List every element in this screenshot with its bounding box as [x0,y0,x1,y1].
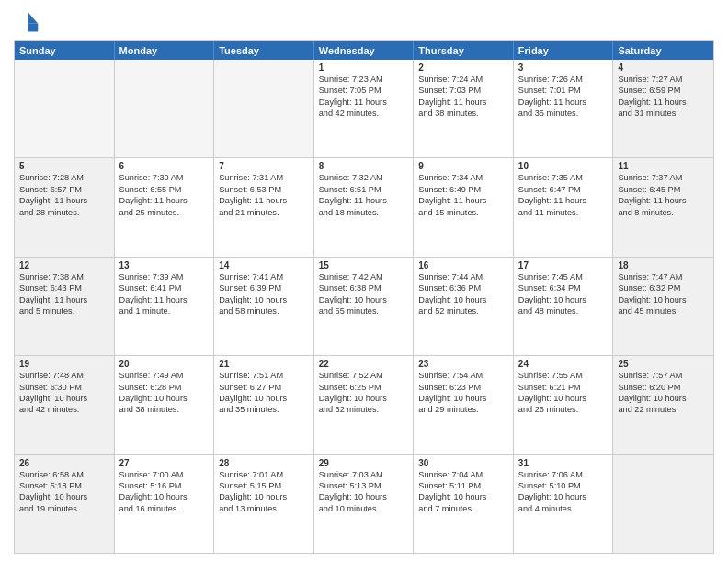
cell-info-line: and 5 minutes. [19,305,109,316]
cell-info-line: and 16 minutes. [119,503,210,514]
cell-info-line: Sunset: 5:16 PM [119,480,210,491]
cell-info-line: Sunset: 6:32 PM [618,282,709,293]
cell-info-line: and 38 minutes. [119,404,210,415]
cell-info-line: and 48 minutes. [518,305,609,316]
calendar-cell-r2-c4: 16Sunrise: 7:44 AMSunset: 6:36 PMDayligh… [414,258,514,355]
day-number: 30 [418,458,508,468]
svg-marker-1 [28,13,39,24]
calendar-body: 1Sunrise: 7:23 AMSunset: 7:05 PMDaylight… [15,60,713,553]
day-number: 19 [19,359,109,369]
cell-info-line: Daylight: 10 hours [618,294,709,305]
cell-info-line: Sunrise: 7:42 AM [319,271,409,282]
cell-info-line: Sunrise: 7:28 AM [19,172,109,183]
day-number: 14 [219,260,309,270]
cell-info-line: Daylight: 10 hours [418,393,508,404]
calendar-cell-r3-c1: 20Sunrise: 7:49 AMSunset: 6:28 PMDayligh… [115,356,215,454]
day-number: 26 [19,458,109,468]
cell-info-line: Sunset: 6:43 PM [19,282,109,293]
cell-info-line: and 28 minutes. [19,207,109,218]
cell-info-line: Sunrise: 7:48 AM [19,370,109,381]
cell-info-line: Daylight: 11 hours [618,195,709,206]
calendar-cell-r1-c5: 10Sunrise: 7:35 AMSunset: 6:47 PMDayligh… [514,158,614,256]
calendar-cell-r2-c0: 12Sunrise: 7:38 AMSunset: 6:43 PMDayligh… [15,258,115,355]
calendar-cell-r2-c2: 14Sunrise: 7:41 AMSunset: 6:39 PMDayligh… [214,258,314,355]
cell-info-line: Daylight: 11 hours [19,294,109,305]
logo-icon [14,9,40,35]
cell-info-line: Sunset: 6:34 PM [518,282,609,293]
cell-info-line: Daylight: 10 hours [319,491,409,502]
calendar: SundayMondayTuesdayWednesdayThursdayFrid… [14,40,714,554]
cell-info-line: Daylight: 11 hours [418,97,508,108]
cell-info-line: Daylight: 11 hours [518,195,609,206]
cell-info-line: and 13 minutes. [219,503,309,514]
cell-info-line: Sunrise: 7:24 AM [418,74,508,85]
calendar-cell-r1-c1: 6Sunrise: 7:30 AMSunset: 6:55 PMDaylight… [115,158,215,256]
calendar-row-2: 12Sunrise: 7:38 AMSunset: 6:43 PMDayligh… [15,258,713,356]
cell-info-line: Sunset: 5:10 PM [518,480,609,491]
calendar-cell-r2-c1: 13Sunrise: 7:39 AMSunset: 6:41 PMDayligh… [115,258,215,355]
day-number: 2 [418,63,508,73]
day-number: 6 [119,161,210,171]
cell-info-line: Sunrise: 7:27 AM [618,74,709,85]
calendar-cell-r1-c2: 7Sunrise: 7:31 AMSunset: 6:53 PMDaylight… [214,158,314,256]
day-number: 7 [219,161,309,171]
cell-info-line: and 31 minutes. [618,108,709,119]
cell-info-line: and 25 minutes. [119,207,210,218]
cell-info-line: Daylight: 11 hours [319,97,409,108]
cell-info-line: Sunrise: 7:47 AM [618,271,709,282]
day-number: 13 [119,260,210,270]
day-number: 10 [518,161,609,171]
cell-info-line: and 42 minutes. [19,404,109,415]
cell-info-line: Daylight: 11 hours [119,294,210,305]
day-number: 3 [518,63,609,73]
cell-info-line: Sunrise: 7:55 AM [518,370,609,381]
calendar-header-saturday: Saturday [613,41,713,60]
cell-info-line: Daylight: 10 hours [618,393,709,404]
day-number: 21 [219,359,309,369]
cell-info-line: Sunrise: 7:49 AM [119,370,210,381]
cell-info-line: and 35 minutes. [518,108,609,119]
cell-info-line: Sunrise: 7:51 AM [219,370,309,381]
cell-info-line: Sunset: 6:57 PM [19,184,109,195]
cell-info-line: Daylight: 10 hours [119,491,210,502]
cell-info-line: Daylight: 10 hours [418,491,508,502]
cell-info-line: Sunset: 6:49 PM [418,184,508,195]
cell-info-line: Daylight: 11 hours [19,195,109,206]
cell-info-line: Sunrise: 7:54 AM [418,370,508,381]
calendar-cell-r3-c2: 21Sunrise: 7:51 AMSunset: 6:27 PMDayligh… [214,356,314,454]
cell-info-line: and 8 minutes. [618,207,709,218]
day-number: 1 [319,63,409,73]
cell-info-line: and 58 minutes. [219,305,309,316]
cell-info-line: Sunset: 5:18 PM [19,480,109,491]
cell-info-line: Daylight: 10 hours [219,393,309,404]
day-number: 18 [618,260,709,270]
cell-info-line: Sunrise: 7:41 AM [219,271,309,282]
day-number: 28 [219,458,309,468]
cell-info-line: and 21 minutes. [219,207,309,218]
cell-info-line: Daylight: 10 hours [518,393,609,404]
calendar-cell-r4-c3: 29Sunrise: 7:03 AMSunset: 5:13 PMDayligh… [314,455,415,553]
cell-info-line: Sunrise: 6:58 AM [19,469,109,480]
cell-info-line: Sunset: 6:27 PM [219,382,309,393]
cell-info-line: Sunrise: 7:04 AM [418,469,508,480]
svg-marker-2 [28,24,39,32]
calendar-cell-r2-c3: 15Sunrise: 7:42 AMSunset: 6:38 PMDayligh… [314,258,415,355]
calendar-cell-r0-c5: 3Sunrise: 7:26 AMSunset: 7:01 PMDaylight… [514,60,614,157]
cell-info-line: Sunrise: 7:37 AM [618,172,709,183]
day-number: 23 [418,359,508,369]
cell-info-line: Daylight: 10 hours [319,393,409,404]
cell-info-line: Daylight: 10 hours [19,393,109,404]
cell-info-line: Sunset: 6:38 PM [319,282,409,293]
cell-info-line: Sunset: 6:55 PM [119,184,210,195]
calendar-cell-r3-c3: 22Sunrise: 7:52 AMSunset: 6:25 PMDayligh… [314,356,415,454]
cell-info-line: and 19 minutes. [19,503,109,514]
cell-info-line: Sunrise: 7:01 AM [219,469,309,480]
cell-info-line: Sunset: 6:41 PM [119,282,210,293]
cell-info-line: Sunrise: 7:26 AM [518,74,609,85]
cell-info-line: Sunset: 6:59 PM [618,85,709,96]
cell-info-line: Daylight: 10 hours [219,294,309,305]
calendar-cell-r3-c5: 24Sunrise: 7:55 AMSunset: 6:21 PMDayligh… [514,356,614,454]
cell-info-line: Sunset: 6:30 PM [19,382,109,393]
day-number: 17 [518,260,609,270]
cell-info-line: and 32 minutes. [319,404,409,415]
